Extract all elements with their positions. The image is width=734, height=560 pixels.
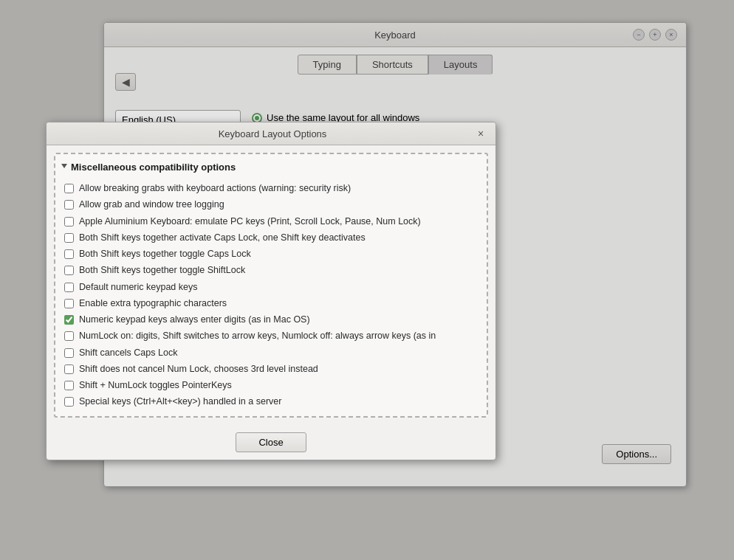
option-checkbox-13[interactable] [64,381,74,390]
option-label-14[interactable]: Special keys (Ctrl+Alt+<key>) handled in… [79,395,281,407]
list-item: Special keys (Ctrl+Alt+<key>) handled in… [61,393,481,409]
option-label-10[interactable]: NumLock on: digits, Shift switches to ar… [79,330,436,342]
option-label-13[interactable]: Shift + NumLock toggles PointerKeys [79,379,232,391]
list-item: Numeric keypad keys always enter digits … [61,311,481,328]
option-checkbox-2[interactable] [64,200,74,210]
list-item: Both Shift keys together toggle Caps Loc… [61,246,481,262]
option-checkbox-4[interactable] [64,233,74,243]
option-label-12[interactable]: Shift does not cancel Num Lock, chooses … [79,363,318,375]
dialog-title: Keyboard Layout Options [70,128,475,139]
option-checkbox-6[interactable] [64,266,74,275]
list-item: Allow breaking grabs with keyboard actio… [61,180,481,196]
dialog-footer: Close [47,425,495,460]
option-label-6[interactable]: Both Shift keys together toggle ShiftLoc… [79,264,245,276]
section-header: Miscellaneous compatibility options [61,160,481,174]
option-label-2[interactable]: Allow grab and window tree logging [79,198,224,210]
dialog-titlebar: Keyboard Layout Options × [47,122,495,145]
option-checkbox-7[interactable] [64,283,74,292]
option-checkbox-3[interactable] [64,217,74,227]
option-checkbox-9[interactable] [64,315,74,325]
option-label-11[interactable]: Shift cancels Caps Lock [79,347,177,359]
section-label: Miscellaneous compatibility options [71,162,236,173]
list-item: Both Shift keys together toggle ShiftLoc… [61,262,481,278]
keyboard-layout-options-dialog: Keyboard Layout Options × Miscellaneous … [46,122,496,460]
option-checkbox-11[interactable] [64,348,74,358]
option-checkbox-12[interactable] [64,364,74,374]
list-item: NumLock on: digits, Shift switches to ar… [61,328,481,344]
dialog-body: Miscellaneous compatibility options Allo… [47,145,495,425]
option-label-3[interactable]: Apple Aluminium Keyboard: emulate PC key… [79,215,421,227]
option-label-1[interactable]: Allow breaking grabs with keyboard actio… [79,182,351,194]
option-label-7[interactable]: Default numeric keypad keys [79,281,198,293]
list-item: Shift does not cancel Num Lock, chooses … [61,361,481,377]
option-checkbox-1[interactable] [64,184,74,193]
list-item: Default numeric keypad keys [61,279,481,295]
collapse-triangle[interactable] [61,164,67,171]
list-item: Shift cancels Caps Lock [61,345,481,361]
options-list: Miscellaneous compatibility options Allo… [54,153,488,418]
dialog-close-btn[interactable]: Close [236,432,306,452]
option-label-5[interactable]: Both Shift keys together toggle Caps Loc… [79,248,251,260]
option-label-9[interactable]: Numeric keypad keys always enter digits … [79,314,310,325]
option-label-4[interactable]: Both Shift keys together activate Caps L… [79,232,366,243]
option-checkbox-10[interactable] [64,331,74,341]
list-item: Enable extra typographic characters [61,295,481,311]
list-item: Allow grab and window tree logging [61,196,481,212]
option-checkbox-14[interactable] [64,397,74,407]
list-item: Apple Aluminium Keyboard: emulate PC key… [61,213,481,229]
dialog-close-button[interactable]: × [475,128,487,139]
option-label-8[interactable]: Enable extra typographic characters [79,297,227,309]
option-checkbox-5[interactable] [64,249,74,259]
list-item: Both Shift keys together activate Caps L… [61,229,481,246]
option-checkbox-8[interactable] [64,299,74,308]
list-item: Shift + NumLock toggles PointerKeys [61,377,481,393]
